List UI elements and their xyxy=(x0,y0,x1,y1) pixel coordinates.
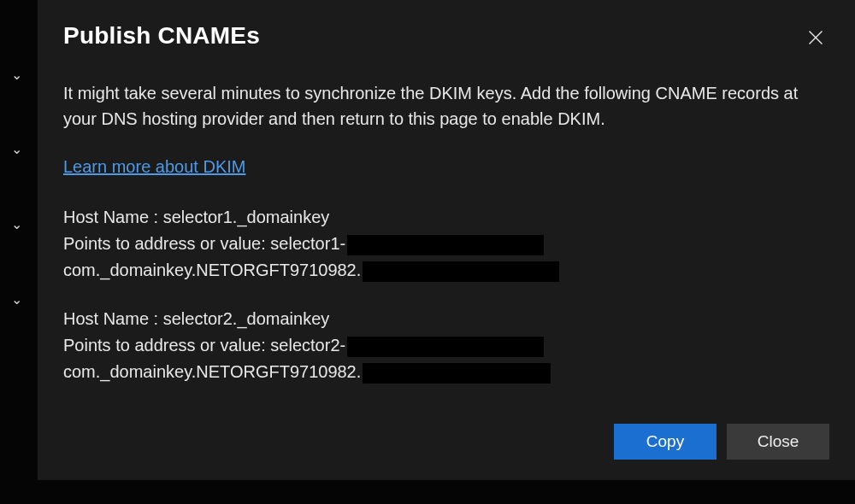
dns-record: Host Name : selector1._domainkey Points … xyxy=(63,204,829,284)
record-points-line: Points to address or value: selector1- xyxy=(63,231,829,257)
chevron-down-icon[interactable]: ⌄ xyxy=(11,141,22,157)
record-points-value: com._domainkey.NETORGFT9710982. xyxy=(63,362,361,381)
panel-description: It might take several minutes to synchro… xyxy=(63,80,816,132)
record-points-value: com._domainkey.NETORGFT9710982. xyxy=(63,261,361,279)
redacted-text xyxy=(363,261,559,282)
record-host-label: Host Name : xyxy=(63,309,158,328)
record-points-line: Points to address or value: selector2- xyxy=(63,332,829,359)
record-host-value: selector1._domainkey xyxy=(163,208,330,226)
copy-button[interactable]: Copy xyxy=(614,424,716,460)
learn-more-link[interactable]: Learn more about DKIM xyxy=(63,157,829,177)
record-host-value: selector2._domainkey xyxy=(163,309,330,328)
background-bottom-strip xyxy=(38,480,855,504)
redacted-text xyxy=(363,363,551,384)
chevron-down-icon[interactable]: ⌄ xyxy=(11,216,22,232)
redacted-text xyxy=(347,337,544,357)
record-points-label: Points to address or value: xyxy=(63,234,266,253)
record-points-value: selector2- xyxy=(270,336,345,355)
chevron-down-icon[interactable]: ⌄ xyxy=(11,67,22,83)
record-points-line: com._domainkey.NETORGFT9710982. xyxy=(63,359,829,385)
record-points-value: selector1- xyxy=(270,234,345,253)
record-host-line: Host Name : selector1._domainkey xyxy=(63,204,829,231)
record-points-line: com._domainkey.NETORGFT9710982. xyxy=(63,257,829,284)
close-icon xyxy=(808,30,823,45)
close-button[interactable] xyxy=(802,24,829,51)
record-points-label: Points to address or value: xyxy=(63,336,266,355)
panel-header: Publish CNAMEs xyxy=(63,22,829,51)
chevron-down-icon[interactable]: ⌄ xyxy=(11,291,22,308)
dns-record: Host Name : selector2._domainkey Points … xyxy=(63,306,829,385)
redacted-text xyxy=(347,235,544,255)
panel-footer-buttons: Copy Close xyxy=(63,408,829,460)
record-host-label: Host Name : xyxy=(63,208,158,226)
publish-cnames-panel: Publish CNAMEs It might take several min… xyxy=(38,0,855,480)
record-host-line: Host Name : selector2._domainkey xyxy=(63,306,829,332)
panel-title: Publish CNAMEs xyxy=(63,22,260,50)
close-panel-button[interactable]: Close xyxy=(727,424,829,460)
